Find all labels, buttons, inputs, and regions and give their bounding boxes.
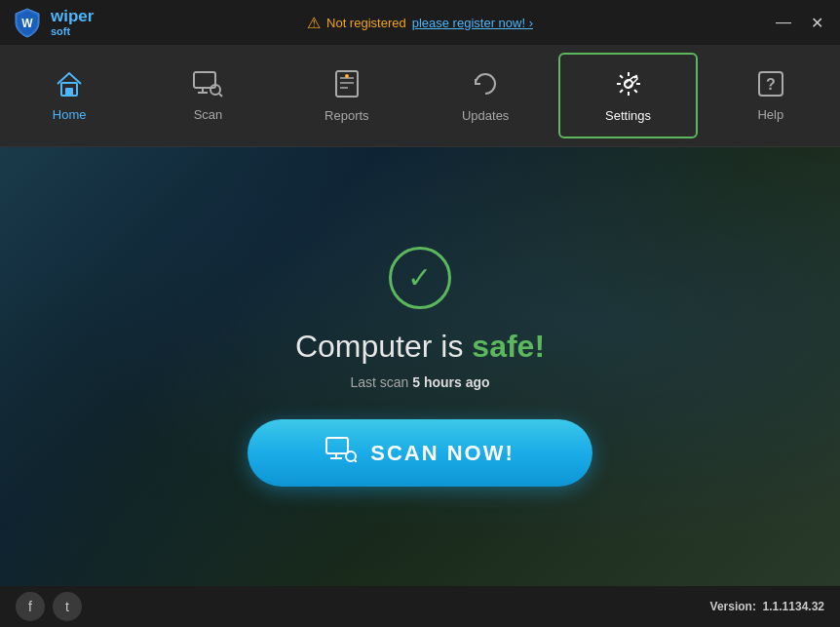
register-link[interactable]: please register now! › bbox=[412, 16, 533, 30]
facebook-button[interactable]: f bbox=[16, 592, 45, 621]
nav-item-help[interactable]: ? Help bbox=[702, 45, 840, 146]
nav-item-reports[interactable]: ! Reports bbox=[278, 45, 416, 146]
reports-icon: ! bbox=[334, 69, 360, 102]
scan-label: Scan bbox=[194, 107, 223, 122]
twitter-button[interactable]: t bbox=[53, 592, 82, 621]
last-scan-info: Last scan 5 hours ago bbox=[350, 374, 489, 390]
svg-text:?: ? bbox=[766, 76, 776, 93]
status-check-circle: ✓ bbox=[389, 247, 451, 309]
updates-icon bbox=[471, 69, 500, 102]
svg-line-21 bbox=[355, 460, 358, 463]
status-safe-word: safe! bbox=[472, 329, 545, 364]
svg-text:!: ! bbox=[346, 73, 347, 78]
nav-item-settings[interactable]: Settings bbox=[558, 53, 697, 138]
version-info: Version: 1.1.1134.32 bbox=[710, 600, 824, 613]
help-label: Help bbox=[757, 107, 783, 122]
scan-icon bbox=[192, 70, 223, 101]
svg-text:W: W bbox=[21, 17, 33, 30]
version-number: 1.1.1134.32 bbox=[763, 600, 824, 613]
logo-area: W wiper soft bbox=[12, 7, 94, 38]
footer: f t Version: 1.1.1134.32 bbox=[0, 586, 840, 627]
reports-label: Reports bbox=[325, 108, 369, 123]
svg-line-7 bbox=[219, 94, 222, 97]
home-icon bbox=[55, 70, 84, 101]
updates-label: Updates bbox=[462, 108, 509, 123]
settings-label: Settings bbox=[605, 108, 651, 123]
status-text: Computer is safe! bbox=[295, 329, 545, 365]
nav-item-updates[interactable]: Updates bbox=[416, 45, 554, 146]
close-button[interactable]: ✕ bbox=[806, 12, 828, 34]
home-label: Home bbox=[53, 107, 87, 122]
scan-now-button[interactable]: SCAN NOW! bbox=[248, 419, 592, 487]
svg-rect-17 bbox=[326, 438, 348, 453]
title-bar: W wiper soft ⚠ Not registered please reg… bbox=[0, 0, 840, 45]
social-icons: f t bbox=[16, 592, 82, 621]
checkmark-icon: ✓ bbox=[407, 263, 432, 293]
help-icon: ? bbox=[757, 70, 784, 101]
window-controls: — ✕ bbox=[771, 12, 828, 34]
last-scan-time: 5 hours ago bbox=[412, 374, 489, 390]
warning-icon: ⚠ bbox=[307, 14, 321, 32]
scan-now-label: SCAN NOW! bbox=[370, 441, 515, 466]
app-name: wiper soft bbox=[51, 7, 94, 38]
settings-icon bbox=[614, 69, 643, 102]
not-registered-label: Not registered bbox=[326, 16, 406, 30]
svg-rect-2 bbox=[65, 88, 73, 96]
nav-bar: Home Scan ! Reports bbox=[0, 45, 840, 147]
logo-icon: W bbox=[12, 7, 43, 38]
nav-item-scan[interactable]: Scan bbox=[138, 45, 277, 146]
minimize-button[interactable]: — bbox=[771, 12, 796, 33]
center-content: ✓ Computer is safe! Last scan 5 hours ag… bbox=[248, 247, 592, 487]
registration-notice: ⚠ Not registered please register now! › bbox=[307, 14, 533, 32]
nav-item-home[interactable]: Home bbox=[0, 45, 138, 146]
main-content: ✓ Computer is safe! Last scan 5 hours ag… bbox=[0, 147, 840, 586]
scan-button-icon bbox=[325, 437, 357, 469]
